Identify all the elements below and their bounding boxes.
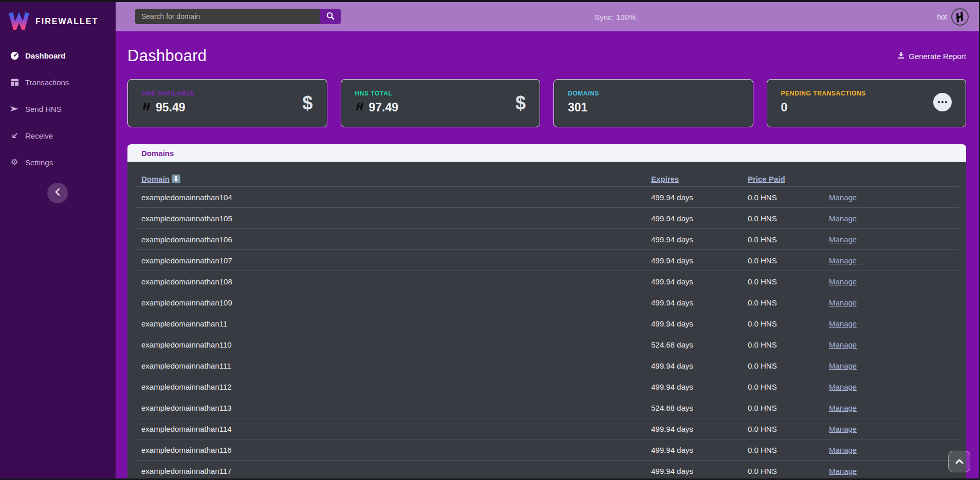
expires-cell: 524.68 days [651, 404, 748, 412]
generate-report-label: Generate Report [909, 52, 966, 61]
manage-link[interactable]: Manage [829, 382, 857, 391]
manage-link[interactable]: Manage [829, 404, 857, 412]
domains-panel-title: Domains [141, 149, 174, 158]
domain-cell: exampledomainnathan11 [141, 319, 651, 328]
price-paid-cell: 0.0 HNS [748, 467, 829, 475]
domains-table: Domain Expires Price Paid exampledomainn… [135, 162, 959, 478]
search-button[interactable] [320, 9, 341, 24]
price-paid-cell: 0.0 HNS [748, 361, 829, 370]
topbar: Sync: 100% hot [116, 2, 979, 31]
manage-link[interactable]: Manage [829, 214, 857, 223]
handshake-logo-icon[interactable] [949, 6, 971, 28]
table-row: exampledomainnathan111 499.94 days 0.0 H… [135, 355, 959, 376]
stat-card-value: 0 [781, 101, 788, 114]
gauge-icon [9, 51, 20, 60]
column-header-price-paid[interactable]: Price Paid [748, 175, 829, 183]
stat-card: HNS TOTAL 97.49 $ [341, 79, 541, 127]
manage-link[interactable]: Manage [829, 256, 857, 265]
down-arrow-icon [172, 175, 180, 183]
sidebar-item-send-hns[interactable]: Send HNS [0, 95, 116, 122]
brand-name: FIREWALLET [35, 17, 98, 26]
send-icon [9, 105, 20, 113]
table-row: exampledomainnathan116 499.94 days 0.0 H… [135, 439, 959, 460]
sidebar-item-label: Settings [25, 158, 53, 167]
chevron-up-icon [955, 457, 964, 466]
price-paid-cell: 0.0 HNS [748, 425, 829, 433]
manage-link[interactable]: Manage [829, 193, 857, 202]
generate-report-button[interactable]: Generate Report [897, 51, 966, 61]
table-row: exampledomainnathan11 499.94 days 0.0 HN… [135, 313, 959, 334]
table-row: exampledomainnathan117 499.94 days 0.0 H… [135, 460, 959, 478]
expires-cell: 499.94 days [651, 298, 748, 307]
stat-card-label: HNS AVAILABLE [142, 90, 327, 97]
search-icon [326, 12, 335, 22]
manage-link[interactable]: Manage [829, 277, 857, 286]
price-paid-cell: 0.0 HNS [748, 277, 829, 286]
manage-link[interactable]: Manage [829, 340, 857, 349]
main-content: Dashboard Generate Report HNS AVAILABLE … [116, 47, 979, 478]
domain-cell: exampledomainnathan109 [141, 298, 651, 307]
manage-link[interactable]: Manage [829, 235, 857, 244]
price-paid-cell: 0.0 HNS [748, 235, 829, 244]
domain-cell: exampledomainnathan111 [141, 361, 651, 370]
page-title: Dashboard [127, 47, 207, 65]
table-row: exampledomainnathan109 499.94 days 0.0 H… [135, 292, 959, 313]
column-header-domain[interactable]: Domain [141, 175, 651, 183]
sidebar-item-settings[interactable]: ⚙ Settings [0, 149, 116, 176]
sidebar-collapse-button[interactable] [47, 183, 68, 203]
expires-cell: 499.94 days [651, 446, 748, 454]
table-row: exampledomainnathan106 499.94 days 0.0 H… [135, 229, 959, 250]
manage-link[interactable]: Manage [829, 298, 857, 307]
domains-table-body: exampledomainnathan104 499.94 days 0.0 H… [135, 187, 959, 478]
stat-cards: HNS AVAILABLE 95.49 $ HNS TOTAL 97.49 $ … [127, 79, 966, 127]
stat-card-value: 301 [568, 101, 587, 114]
table-icon [9, 79, 20, 86]
manage-link[interactable]: Manage [829, 446, 857, 454]
hns-coin-icon [142, 102, 152, 113]
table-row: exampledomainnathan110 524.68 days 0.0 H… [135, 334, 959, 355]
table-row: exampledomainnathan113 524.68 days 0.0 H… [135, 397, 959, 418]
expires-cell: 499.94 days [651, 319, 748, 328]
manage-link[interactable]: Manage [829, 467, 857, 475]
chevron-left-icon [55, 188, 60, 198]
domain-cell: exampledomainnathan105 [141, 214, 651, 223]
brand: FIREWALLET [0, 2, 116, 34]
content-column: Sync: 100% hot Dashboard Generate Report [116, 2, 979, 478]
scroll-to-top-button[interactable] [948, 451, 970, 472]
domains-table-header-row: Domain Expires Price Paid [135, 162, 959, 187]
stat-card-label: HNS TOTAL [355, 90, 540, 97]
price-paid-cell: 0.0 HNS [748, 340, 829, 349]
receive-arrow-icon [9, 132, 20, 140]
expires-cell: 499.94 days [651, 214, 748, 223]
manage-link[interactable]: Manage [829, 425, 857, 433]
domain-cell: exampledomainnathan114 [141, 425, 651, 433]
domain-cell: exampledomainnathan112 [141, 382, 651, 391]
price-paid-cell: 0.0 HNS [748, 214, 829, 223]
manage-link[interactable]: Manage [829, 361, 857, 370]
domain-cell: exampledomainnathan108 [141, 277, 651, 286]
price-paid-cell: 0.0 HNS [748, 193, 829, 202]
expires-cell: 499.94 days [651, 256, 748, 265]
page-header: Dashboard Generate Report [127, 47, 966, 65]
sidebar-item-receive[interactable]: Receive [0, 122, 116, 149]
expires-cell: 499.94 days [651, 425, 748, 433]
sidebar-item-transactions[interactable]: Transactions [0, 69, 116, 95]
domain-cell: exampledomainnathan106 [141, 235, 651, 244]
manage-link[interactable]: Manage [829, 319, 857, 328]
expires-cell: 499.94 days [651, 467, 748, 475]
dollar-icon: $ [515, 92, 526, 113]
expires-cell: 499.94 days [651, 235, 748, 244]
wallet-name: hot [937, 13, 947, 21]
wallet-switcher[interactable]: hot [937, 8, 969, 26]
ellipsis-icon [933, 93, 952, 111]
expires-cell: 499.94 days [651, 193, 748, 202]
price-paid-cell: 0.0 HNS [748, 319, 829, 328]
sidebar-item-dashboard[interactable]: Dashboard [0, 42, 116, 69]
expires-cell: 499.94 days [651, 382, 748, 391]
search-input[interactable] [135, 9, 320, 24]
table-row: exampledomainnathan112 499.94 days 0.0 H… [135, 376, 959, 397]
download-icon [897, 51, 905, 61]
column-header-expires[interactable]: Expires [651, 175, 748, 183]
domain-cell: exampledomainnathan107 [141, 256, 651, 265]
dollar-icon: $ [302, 92, 312, 113]
